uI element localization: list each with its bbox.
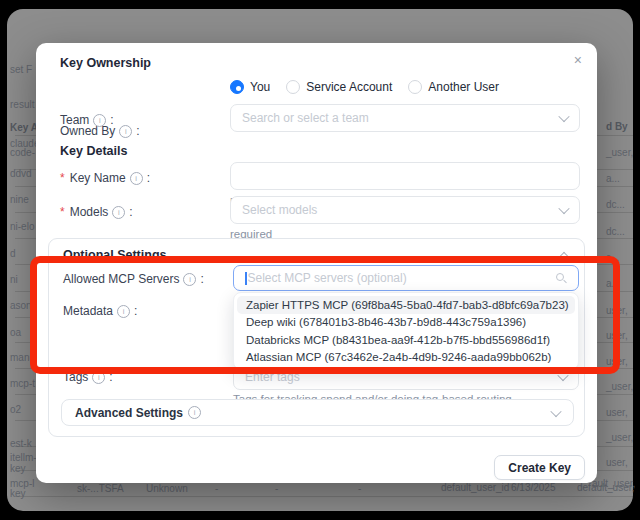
colon: :	[129, 205, 132, 219]
info-icon: i	[130, 172, 143, 185]
radio-unchecked-icon[interactable]	[286, 80, 300, 94]
bg-cell-created-by: default_user,	[577, 482, 634, 493]
radio-unchecked-icon[interactable]	[408, 80, 422, 94]
bg-text-fragment: a...	[606, 173, 620, 184]
radio-option-service-account[interactable]: Service Account	[286, 80, 392, 94]
bg-text-fragment: itellm-	[10, 452, 37, 463]
team-label-text: Team	[60, 113, 89, 127]
search-icon	[555, 272, 567, 284]
mcp-servers-dropdown: Zapier HTTPS MCP (69f8ba45-5ba0-4fd7-bab…	[233, 292, 579, 370]
modal-title: Key Ownership	[60, 56, 151, 70]
colon: :	[200, 272, 203, 286]
colon: :	[147, 171, 150, 185]
chevron-down-icon	[557, 370, 568, 381]
bg-cell-status: Unknown	[146, 483, 188, 494]
mcp-label-text: Allowed MCP Servers	[63, 272, 179, 286]
bg-text-fragment: result	[10, 99, 34, 110]
team-label: Team i :	[60, 113, 114, 127]
chevron-up-icon[interactable]	[558, 252, 569, 263]
radio-label: You	[250, 80, 270, 94]
colon: :	[110, 113, 113, 127]
key-ownership-modal: Key Ownership × Owned By i : You Service…	[36, 43, 597, 483]
bg-cell-secret-key: sk-...TSFA	[77, 483, 124, 494]
bg-text-fragment: ason2	[10, 300, 37, 311]
dropdown-option-deep-wiki[interactable]: Deep wiki (678401b3-8b46-43b7-b9d8-443c7…	[237, 314, 575, 332]
bg-text-fragment: mcp-t	[10, 378, 35, 389]
table-row-divider	[15, 496, 633, 497]
bg-text-fragment: a...	[606, 278, 620, 289]
bg-text-fragment: user,	[606, 305, 628, 316]
models-placeholder: Select models	[242, 203, 560, 217]
models-select[interactable]: Select models	[230, 196, 580, 224]
info-icon: i	[119, 125, 132, 138]
bg-text-fragment: nine	[10, 194, 29, 205]
radio-checked-icon[interactable]	[230, 80, 244, 94]
mcp-servers-input[interactable]: Select MCP servers (optional)	[233, 265, 579, 291]
mcp-placeholder: Select MCP servers (optional)	[248, 271, 556, 285]
team-select[interactable]: Search or select a team	[230, 104, 580, 132]
bg-text-fragment: manu	[10, 352, 35, 363]
bg-cell: -	[358, 483, 361, 494]
optional-settings-heading[interactable]: Optional Settings	[63, 248, 166, 262]
colon: :	[136, 124, 139, 138]
info-icon: i	[112, 206, 125, 219]
bg-text-fragment: d	[10, 248, 16, 259]
advanced-settings-toggle[interactable]: Advanced Settings i	[61, 399, 574, 426]
bg-cell-date: 6/13/2025	[511, 482, 556, 493]
bg-text-fragment: key	[10, 463, 26, 474]
bg-cell: -	[275, 483, 278, 494]
radio-option-another-user[interactable]: Another User	[408, 80, 499, 94]
bg-table-header-fragment: d By	[606, 121, 628, 132]
bg-text-fragment: oa	[10, 327, 21, 338]
chevron-down-icon	[558, 111, 569, 122]
radio-label: Another User	[428, 80, 499, 94]
bg-text-fragment: _user,	[606, 147, 633, 158]
key-details-heading: Key Details	[60, 144, 127, 158]
key-name-input[interactable]	[230, 162, 580, 190]
info-icon: i	[188, 406, 201, 419]
metadata-label-text: Metadata	[63, 304, 113, 318]
bg-text-fragment: set F	[10, 64, 32, 75]
bg-text-fragment: user,	[606, 330, 628, 341]
chevron-down-icon	[550, 405, 561, 416]
models-label: * Models i :	[60, 205, 133, 219]
close-icon[interactable]: ×	[574, 53, 582, 67]
bg-text-fragment: dc...	[606, 199, 625, 210]
bg-text-fragment: _user,	[606, 432, 633, 443]
owned-by-radio-group: You Service Account Another User	[230, 80, 499, 94]
dropdown-option-databricks[interactable]: Databricks MCP (b8431bea-aa9f-412b-b7f5-…	[237, 331, 575, 349]
chevron-down-icon	[558, 203, 569, 214]
required-mark: *	[60, 171, 65, 185]
tags-placeholder: Enter tags	[245, 370, 559, 384]
colon: :	[134, 304, 137, 318]
bg-cell: -	[215, 483, 218, 494]
bg-text-fragment: code-	[10, 147, 35, 158]
info-icon: i	[93, 114, 106, 127]
create-key-button[interactable]: Create Key	[494, 455, 585, 480]
bg-text-fragment: key	[10, 488, 26, 499]
info-icon: i	[117, 305, 130, 318]
metadata-label: Metadata i :	[63, 304, 137, 318]
team-placeholder: Search or select a team	[242, 111, 560, 125]
key-name-label-text: Key Name	[70, 171, 126, 185]
dropdown-option-atlassian[interactable]: Atlassian MCP (67c3462e-2a4b-4d9b-9246-a…	[237, 349, 575, 367]
optional-settings-panel: Optional Settings Allowed MCP Servers i …	[48, 238, 585, 437]
bg-text-fragment: user,	[606, 356, 628, 367]
bg-text-fragment: o2	[10, 404, 21, 415]
bg-text-fragment: ddvd	[10, 168, 32, 179]
bg-text-fragment: est-k	[10, 438, 32, 449]
text-cursor	[245, 272, 247, 285]
bg-text-fragment: ni	[10, 274, 18, 285]
tags-label-text: Tags	[63, 370, 88, 384]
required-mark: *	[60, 205, 65, 219]
models-label-text: Models	[70, 205, 109, 219]
dropdown-option-zapier[interactable]: Zapier HTTPS MCP (69f8ba45-5ba0-4fd7-bab…	[237, 296, 575, 314]
colon: :	[109, 370, 112, 384]
radio-label: Service Account	[306, 80, 392, 94]
advanced-settings-heading: Advanced Settings	[75, 406, 183, 420]
radio-option-you[interactable]: You	[230, 80, 270, 94]
key-name-label: * Key Name i :	[60, 171, 150, 185]
bg-table-header-fragment: Key A	[10, 122, 38, 133]
allowed-mcp-servers-label: Allowed MCP Servers i :	[63, 272, 204, 286]
tags-label: Tags i :	[63, 370, 113, 384]
